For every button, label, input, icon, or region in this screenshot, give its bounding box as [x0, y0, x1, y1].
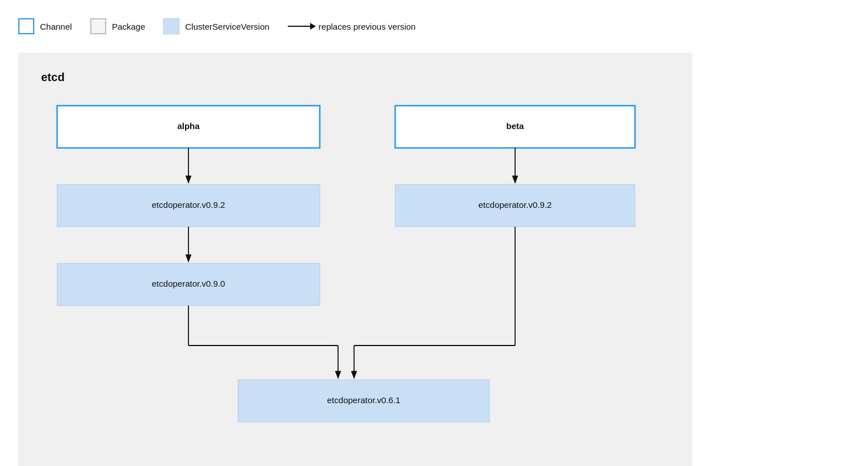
csv-shared-v061-label: etcdoperator.v0.6.1 [327, 395, 400, 405]
legend: Channel Package ClusterServiceVersion re… [18, 14, 850, 39]
channel-label: Channel [40, 22, 72, 31]
channel-beta-label: beta [507, 121, 525, 131]
legend-package: Package [90, 18, 145, 34]
diagram-svg: alpha etcdoperator.v0.9.2 etcdoperator.v… [41, 100, 669, 466]
legend-channel: Channel [18, 18, 72, 34]
channel-alpha-label: alpha [177, 121, 200, 131]
csv-beta-v092-label: etcdoperator.v0.9.2 [479, 200, 552, 210]
csv-icon [163, 18, 179, 34]
arrow-label: replaces previous version [319, 22, 416, 31]
arrow-icon [288, 26, 315, 27]
legend-arrow: replaces previous version [288, 22, 416, 31]
package-title: etcd [41, 71, 669, 84]
package-label: Package [112, 22, 145, 31]
legend-csv: ClusterServiceVersion [163, 18, 270, 34]
csv-label: ClusterServiceVersion [185, 22, 270, 31]
package-icon [90, 18, 106, 34]
channel-icon [18, 18, 34, 34]
diagram-area: etcd alpha etcdoperator.v0.9.2 etcdopera… [18, 53, 692, 466]
csv-alpha-v092-label: etcdoperator.v0.9.2 [152, 200, 225, 210]
csv-alpha-v090-label: etcdoperator.v0.9.0 [152, 279, 225, 288]
